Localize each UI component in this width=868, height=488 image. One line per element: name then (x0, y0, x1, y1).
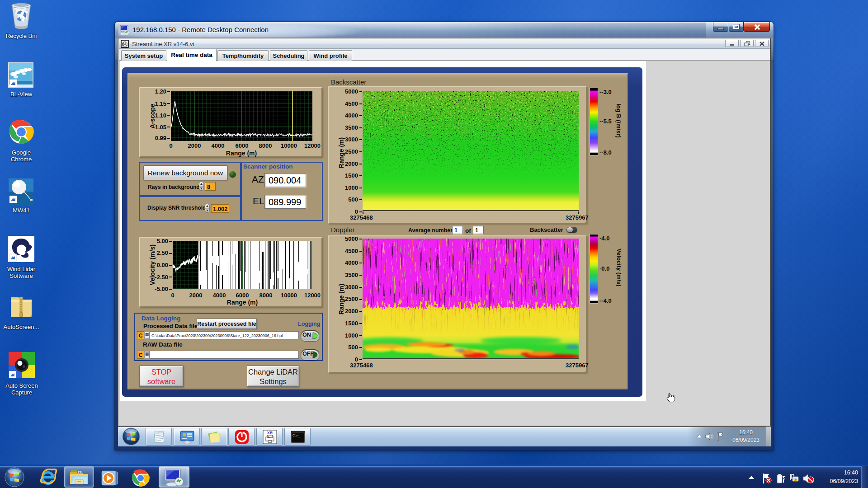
svg-text:!: ! (795, 479, 796, 482)
svg-text:XR: XR (267, 431, 273, 435)
svg-text:C:\>_: C:\>_ (292, 434, 300, 437)
